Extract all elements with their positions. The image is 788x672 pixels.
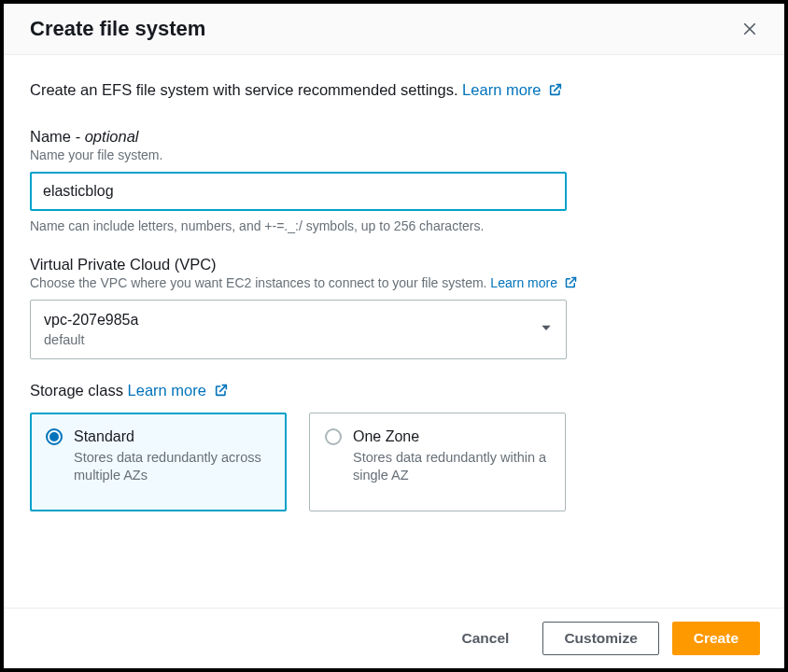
vpc-field: Virtual Private Cloud (VPC) Choose the V…: [30, 256, 758, 359]
external-link-icon: [214, 383, 229, 398]
storage-label: Storage class Learn more: [30, 382, 758, 399]
intro-text-content: Create an EFS file system with service r…: [30, 81, 458, 98]
vpc-label: Virtual Private Cloud (VPC): [30, 256, 758, 273]
vpc-select[interactable]: vpc-207e985a default: [30, 300, 567, 359]
tile-text: Standard Stores data redundantly across …: [74, 427, 271, 497]
tile-title: Standard: [74, 427, 271, 447]
dialog-body: Create an EFS file system with service r…: [4, 55, 784, 608]
dialog-footer: Cancel Customize Create: [4, 608, 784, 668]
tile-desc: Stores data redundantly within a single …: [353, 449, 550, 485]
name-input[interactable]: [30, 172, 567, 211]
vpc-desc-text: Choose the VPC where you want EC2 instan…: [30, 275, 486, 290]
vpc-selected-id: vpc-207e985a: [44, 310, 138, 330]
name-hint: Name can include letters, numbers, and +…: [30, 218, 758, 233]
tile-title: One Zone: [353, 427, 550, 447]
dialog-header: Create file system: [4, 4, 784, 55]
create-button[interactable]: Create: [672, 622, 760, 655]
chevron-down-icon: [540, 321, 553, 338]
intro-learn-more-link[interactable]: Learn more: [462, 81, 563, 98]
external-link-icon: [548, 82, 563, 97]
storage-tiles: Standard Stores data redundantly across …: [30, 413, 758, 511]
intro-link-text: Learn more: [462, 81, 541, 98]
name-label-optional: - optional: [76, 128, 139, 145]
customize-button[interactable]: Customize: [542, 622, 658, 655]
vpc-desc: Choose the VPC where you want EC2 instan…: [30, 275, 758, 290]
close-icon: [741, 21, 758, 37]
dialog: Create file system Create an EFS file sy…: [0, 0, 788, 672]
storage-link-text: Learn more: [128, 382, 206, 399]
intro-text: Create an EFS file system with service r…: [30, 79, 758, 102]
radio-icon: [46, 428, 63, 445]
name-field: Name - optional Name your file system. N…: [30, 128, 758, 233]
storage-option-onezone[interactable]: One Zone Stores data redundantly within …: [309, 413, 566, 511]
external-link-icon: [564, 275, 578, 289]
cancel-button[interactable]: Cancel: [442, 623, 530, 654]
vpc-select-text: vpc-207e985a default: [44, 310, 138, 350]
vpc-selected-sub: default: [44, 330, 138, 349]
close-button[interactable]: [738, 17, 762, 41]
storage-learn-more-link[interactable]: Learn more: [128, 382, 229, 399]
radio-icon: [325, 428, 342, 445]
dialog-title: Create file system: [30, 17, 205, 41]
storage-label-text: Storage class: [30, 382, 123, 399]
storage-option-standard[interactable]: Standard Stores data redundantly across …: [30, 413, 287, 511]
tile-desc: Stores data redundantly across multiple …: [74, 449, 271, 485]
name-label-text: Name: [30, 128, 76, 145]
vpc-learn-more-link[interactable]: Learn more: [490, 275, 577, 290]
name-desc: Name your file system.: [30, 147, 758, 162]
vpc-link-text: Learn more: [490, 275, 557, 290]
storage-field: Storage class Learn more Standard Stores…: [30, 382, 758, 511]
tile-text: One Zone Stores data redundantly within …: [353, 427, 550, 497]
name-label: Name - optional: [30, 128, 758, 146]
